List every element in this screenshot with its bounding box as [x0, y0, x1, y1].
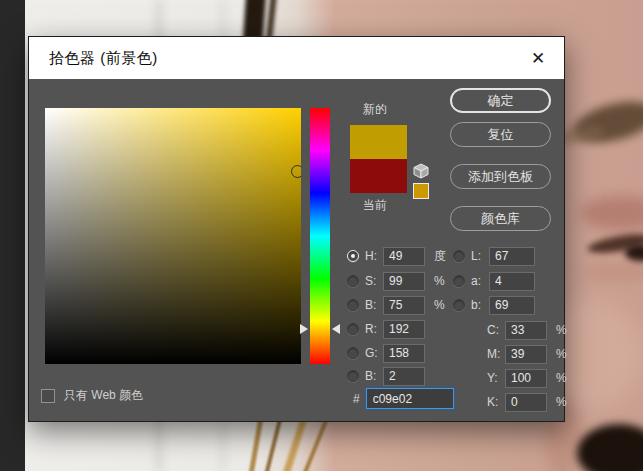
current-color-swatch[interactable]: [350, 159, 407, 193]
k-label: K:: [487, 395, 505, 409]
current-color-label: 当前: [363, 197, 387, 214]
under-eye-shadow: [585, 262, 643, 282]
r-radio[interactable]: [347, 323, 359, 335]
only-web-colors-label: 只有 Web 颜色: [64, 387, 143, 404]
hex-field-row: #: [353, 388, 454, 409]
b-radio[interactable]: [347, 299, 359, 311]
lab-b-radio[interactable]: [453, 299, 465, 311]
k-field-row: K: %: [487, 392, 567, 412]
a-label: a:: [471, 274, 489, 288]
ok-button[interactable]: 确定: [450, 88, 551, 113]
close-icon[interactable]: ✕: [526, 46, 550, 70]
s-unit: %: [434, 274, 445, 288]
web-safe-warning-cube-icon[interactable]: [412, 162, 430, 180]
rgb-b-label: B:: [365, 369, 383, 383]
y-input[interactable]: [505, 369, 547, 388]
r-field-row: R:: [347, 319, 425, 339]
s-radio[interactable]: [347, 275, 359, 287]
only-web-colors-checkbox[interactable]: [41, 389, 55, 403]
r-input[interactable]: [383, 320, 425, 339]
a-radio[interactable]: [453, 275, 465, 287]
y-unit: %: [556, 371, 567, 385]
lab-b-input[interactable]: [489, 296, 535, 315]
color-picker-dialog: 拾色器 (前景色) ✕ 新的 当前 确定 复位 添加到色板 颜色库 H:: [28, 36, 565, 422]
hex-input[interactable]: [366, 388, 454, 409]
y-label: Y:: [487, 371, 505, 385]
rgb-b-input[interactable]: [383, 367, 425, 386]
hue-slider[interactable]: [310, 108, 330, 364]
add-to-swatches-button[interactable]: 添加到色板: [450, 164, 551, 189]
eye-corner: [625, 244, 643, 262]
lab-b-field-row: b:: [453, 295, 535, 315]
h-radio[interactable]: [347, 250, 359, 262]
s-input[interactable]: [383, 272, 425, 291]
m-field-row: M: %: [487, 344, 567, 364]
new-color-label: 新的: [363, 101, 387, 118]
hair-strand: [247, 414, 264, 471]
s-field-row: S: %: [347, 271, 445, 291]
h-field-row: H: 度: [347, 246, 446, 266]
hair-strand: [302, 419, 328, 471]
g-label: G:: [365, 346, 383, 360]
g-radio[interactable]: [347, 347, 359, 359]
m-unit: %: [556, 347, 567, 361]
c-field-row: C: %: [487, 320, 567, 340]
only-web-colors-row: 只有 Web 颜色: [41, 387, 143, 404]
saturation-brightness-field[interactable]: [45, 108, 301, 364]
l-radio[interactable]: [453, 250, 465, 262]
reset-button[interactable]: 复位: [450, 122, 551, 147]
b-label: B:: [365, 298, 383, 312]
m-input[interactable]: [505, 345, 547, 364]
dialog-titlebar[interactable]: 拾色器 (前景色) ✕: [29, 37, 564, 79]
web-safe-color-swatch[interactable]: [413, 183, 429, 199]
g-input[interactable]: [383, 344, 425, 363]
a-input[interactable]: [489, 272, 535, 291]
screen: 拾色器 (前景色) ✕ 新的 当前 确定 复位 添加到色板 颜色库 H:: [0, 0, 643, 471]
h-label: H:: [365, 249, 383, 263]
c-input[interactable]: [505, 321, 547, 340]
color-field-marker[interactable]: [291, 165, 301, 178]
h-input[interactable]: [383, 247, 425, 266]
h-unit: 度: [434, 248, 446, 265]
s-label: S:: [365, 274, 383, 288]
b-unit: %: [434, 298, 445, 312]
dialog-title: 拾色器 (前景色): [49, 49, 158, 68]
color-libraries-button[interactable]: 颜色库: [450, 206, 551, 231]
l-input[interactable]: [489, 247, 535, 266]
eyelid: [581, 196, 643, 230]
rgb-b-field-row: B:: [347, 366, 425, 386]
g-field-row: G:: [347, 343, 425, 363]
m-label: M:: [487, 347, 505, 361]
r-label: R:: [365, 322, 383, 336]
lab-b-label: b:: [471, 298, 489, 312]
app-left-panel: [0, 0, 25, 471]
a-field-row: a:: [453, 271, 535, 291]
k-unit: %: [556, 395, 567, 409]
k-input[interactable]: [505, 393, 547, 412]
hex-label: #: [353, 392, 360, 406]
y-field-row: Y: %: [487, 368, 567, 388]
b-input[interactable]: [383, 296, 425, 315]
c-unit: %: [556, 323, 567, 337]
rgb-b-radio[interactable]: [347, 370, 359, 382]
hue-arrow-right-icon[interactable]: [332, 324, 340, 334]
c-label: C:: [487, 323, 505, 337]
l-label: L:: [471, 249, 489, 263]
b-field-row: B: %: [347, 295, 445, 315]
hue-arrow-left-icon[interactable]: [300, 324, 308, 334]
l-field-row: L:: [453, 246, 535, 266]
nostril: [577, 424, 643, 471]
new-color-swatch: [350, 125, 407, 159]
